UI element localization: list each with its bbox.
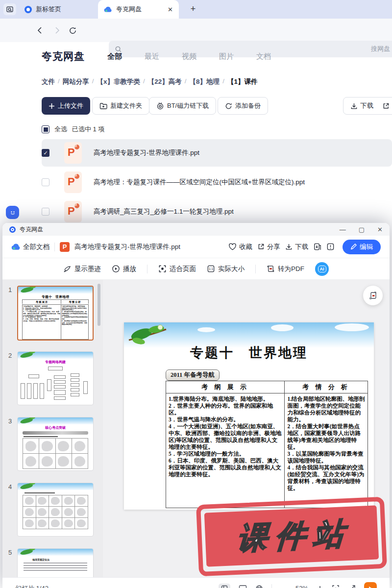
window-switch-icon[interactable] xyxy=(3,3,16,15)
crumb-gaokao[interactable]: 【22】高考 xyxy=(148,77,182,86)
quark-logo-icon xyxy=(24,6,32,13)
report-button[interactable] xyxy=(326,243,335,251)
ai-assistant-button[interactable]: AI xyxy=(315,262,329,276)
mini-diagram xyxy=(18,365,93,403)
new-folder-button[interactable]: 新建文件夹 xyxy=(92,97,149,115)
tab-video[interactable]: 视频 xyxy=(182,52,196,61)
heart-icon xyxy=(228,243,237,250)
cloud-decoration xyxy=(335,323,369,331)
new-folder-label: 新建文件夹 xyxy=(110,101,142,110)
smart-read-icon[interactable] xyxy=(332,585,340,588)
tab-close-icon[interactable]: ✕ xyxy=(168,6,173,13)
download-icon xyxy=(350,102,358,110)
table-header-right: 考 情 分 析 xyxy=(285,381,368,393)
file-name[interactable]: 高考地理：专题复习课件——区域空间定位(中国区域+世界区域定位).ppt xyxy=(94,178,305,187)
play-circle-icon xyxy=(112,265,120,273)
actual-size-button[interactable]: 1:1 实际大小 xyxy=(207,265,245,273)
browser-tab-quark-drive[interactable]: 夸克网盘 ✕ xyxy=(98,0,179,19)
zoom-level: 53% xyxy=(295,585,308,588)
slide-number: 4 xyxy=(8,483,12,490)
selected-count: 已选中 1 项 xyxy=(72,125,104,134)
divider xyxy=(147,265,147,273)
refresh-icon[interactable] xyxy=(67,24,78,36)
minimize-icon[interactable]: — xyxy=(340,226,346,233)
thumbnail-panel-toggle[interactable] xyxy=(219,584,230,588)
plus-icon xyxy=(49,103,55,109)
crumb-separator: / xyxy=(143,77,145,86)
crumb-nonteaching[interactable]: 【x】非教学类 xyxy=(97,77,141,86)
present-play-button[interactable] xyxy=(364,582,377,588)
diagram-box xyxy=(71,373,79,377)
tab-recent[interactable]: 最近 xyxy=(145,52,159,61)
upload-button[interactable]: 上传文件 xyxy=(42,97,90,115)
tab-all[interactable]: 全部 xyxy=(107,52,122,61)
forward-icon[interactable] xyxy=(51,24,63,36)
zoom-out-button[interactable] xyxy=(280,585,287,588)
close-icon[interactable]: ✕ xyxy=(377,226,383,233)
viewer-toolbar: 全部文档 P 高考地理专题复习-世界地理课件.ppt 收藏 分享 下载 xyxy=(2,236,390,258)
thumbnail-slide-1[interactable]: 专题十 世界地理 考 纲 展 示 考 情 分 析 1.世界海陆分布。海底地形、陆… xyxy=(17,286,94,341)
translate-icon[interactable] xyxy=(255,585,263,588)
map-cell xyxy=(36,507,49,517)
maximize-icon[interactable]: ▢ xyxy=(359,226,365,233)
mini-col2-text: 1.结合局部地区轮廓图、地形剖面图，考查学生的空间定位能力和综合分析区域地理特征… xyxy=(62,305,88,325)
file-row[interactable]: 高考地理：专题复习课件——区域空间定位(中国区域+世界区域定位).ppt xyxy=(42,169,392,196)
file-row[interactable]: ✓ 高考地理专题复习-世界地理课件.ppt xyxy=(42,139,392,167)
all-docs-button[interactable]: 全部文档 xyxy=(11,243,49,251)
show-ink-button[interactable]: 显示墨迹 xyxy=(63,265,101,273)
assistant-float-button[interactable] xyxy=(6,206,19,219)
crumb-geography[interactable]: 【8】地理 xyxy=(190,77,220,86)
notes-panel-icon[interactable] xyxy=(239,585,247,588)
ppt-file-icon xyxy=(64,172,82,193)
download-button[interactable]: 下载 xyxy=(350,101,373,110)
file-name[interactable]: 高考调研_高三复习_必修一1.1一轮复习地理.ppt xyxy=(94,207,234,216)
new-tab-button[interactable]: + xyxy=(188,4,198,14)
convert-pdf-label: 转为PDF xyxy=(278,265,304,273)
save-to-drive-button[interactable] xyxy=(313,243,321,251)
tab-image[interactable]: 图片 xyxy=(219,52,234,61)
diagram-box xyxy=(71,393,79,396)
file-row[interactable]: 高考调研_高三复习_必修一1.1一轮复习地理.ppt xyxy=(42,198,392,225)
thumbnail-slide-4[interactable] xyxy=(17,483,94,537)
thumbnail-slide-5[interactable]: 地理景观定位法 xyxy=(17,548,94,577)
share-button[interactable]: 分享 xyxy=(382,101,392,110)
edit-button[interactable]: 编辑 xyxy=(343,240,381,254)
bt-magnet-label: BT/磁力链下载 xyxy=(167,101,209,110)
thumbnail-slide-2[interactable]: 专题网络构建 xyxy=(17,351,94,405)
search-placeholder: 搜网盘 xyxy=(371,45,392,53)
thumbnail-slide-3[interactable]: 核心考点突破 xyxy=(17,417,94,471)
zoom-in-button[interactable] xyxy=(317,585,323,588)
map-cell xyxy=(36,495,49,506)
leaf-decoration xyxy=(20,548,33,556)
viewer-status-bar: 幻灯片 1/42 53% xyxy=(2,577,390,588)
folder-plus-icon xyxy=(99,102,107,109)
add-backup-button[interactable]: 添加备份 xyxy=(218,97,268,115)
row-checkbox[interactable] xyxy=(42,178,49,186)
document-tools: 显示墨迹 播放 适合页面 1:1 实际大小 转为PDF AI xyxy=(2,258,390,280)
play-button[interactable]: 播放 xyxy=(112,265,136,273)
select-all-checkbox[interactable] xyxy=(42,125,49,133)
browser-tab-newtab[interactable]: 新标签页 xyxy=(19,0,92,19)
tab-doc[interactable]: 文档 xyxy=(256,52,271,61)
bt-magnet-button[interactable]: BT/磁力链下载 xyxy=(149,97,216,115)
diagram-box xyxy=(54,396,66,400)
fullscreen-icon[interactable] xyxy=(348,585,356,588)
slide-thumbnail-panel[interactable]: 1 专题十 世界地理 考 纲 展 示 考 情 分 析 1.世界海陆分布。海底地形… xyxy=(2,280,103,577)
mini-col2-header: 考 情 分 析 xyxy=(61,300,88,304)
viewer-download-button[interactable]: 下载 xyxy=(285,243,308,251)
slide-counter: 幻灯片 1/42 xyxy=(15,584,49,588)
pdf-convert-float-button[interactable] xyxy=(363,286,383,305)
crumb-separator: / xyxy=(185,77,187,86)
crumb-share[interactable]: 网站分享 xyxy=(63,77,89,86)
thumbnail-scrollbar[interactable] xyxy=(98,284,100,326)
favorite-button[interactable]: 收藏 xyxy=(228,243,252,251)
crumb-files[interactable]: 文件 xyxy=(42,77,55,86)
viewer-share-button[interactable]: 分享 xyxy=(257,243,280,251)
convert-pdf-button[interactable]: 转为PDF xyxy=(267,265,304,273)
file-name[interactable]: 高考地理专题复习-世界地理课件.ppt xyxy=(94,148,199,157)
row-checkbox-checked[interactable]: ✓ xyxy=(42,149,49,157)
fit-page-button[interactable]: 适合页面 xyxy=(158,265,196,273)
back-icon[interactable] xyxy=(34,24,46,36)
window-title-bar[interactable]: 夸克网盘 — ▢ ✕ xyxy=(2,223,390,236)
row-checkbox[interactable] xyxy=(42,208,49,216)
